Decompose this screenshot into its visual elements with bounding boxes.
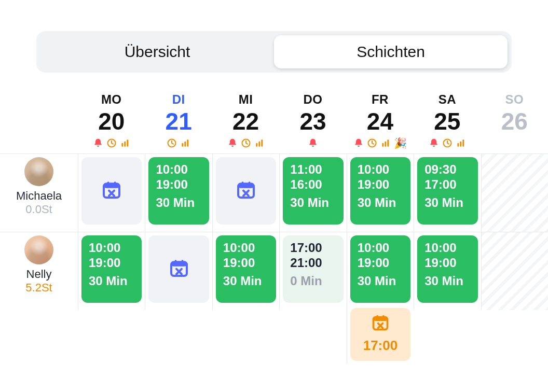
grid-cell[interactable]: 10:00 19:00 30 Min 17:00 xyxy=(347,232,414,364)
day-number: 23 xyxy=(279,109,346,134)
shift-end-time: 16:00 xyxy=(290,177,337,192)
bell-icon xyxy=(429,138,439,148)
shift-start-time: 10:00 xyxy=(358,162,404,177)
day-number: 26 xyxy=(481,109,548,134)
shift-start-time: 17:00 xyxy=(290,241,337,256)
busy-placeholder[interactable] xyxy=(216,157,276,225)
grid-cell[interactable] xyxy=(481,154,548,232)
shift-break-duration: 30 Min xyxy=(358,195,404,211)
shift-start-time: 10:00 xyxy=(156,162,202,177)
shift-card[interactable]: 09:30 17:00 30 Min xyxy=(417,157,477,225)
day-of-week-label: DO xyxy=(279,92,346,107)
employee-name: Nelly xyxy=(0,268,78,281)
day-indicators xyxy=(481,137,548,149)
grid-cell[interactable]: 10:00 19:00 30 Min xyxy=(145,154,212,232)
avatar xyxy=(24,235,53,264)
day-of-week-label: DI xyxy=(145,92,212,107)
grid-cell[interactable]: 10:00 19:00 30 Min xyxy=(212,232,279,310)
shift-break-duration: 30 Min xyxy=(358,274,404,289)
shift-card[interactable]: 17:00 21:00 0 Min xyxy=(283,235,343,303)
day-indicators xyxy=(78,137,145,149)
day-number: 22 xyxy=(212,109,279,134)
shift-end-time: 19:00 xyxy=(358,177,404,192)
shift-end-time: 21:00 xyxy=(290,256,337,271)
bars-icon xyxy=(380,138,391,148)
employee-hours: 5.2St xyxy=(0,281,78,295)
busy-placeholder[interactable] xyxy=(81,157,142,225)
bell-icon xyxy=(308,138,318,148)
clock-icon xyxy=(367,138,377,148)
shift-card[interactable]: 11:00 16:00 30 Min xyxy=(283,157,343,225)
bell-icon xyxy=(227,138,238,148)
tab-shifts[interactable]: Schichten xyxy=(274,35,508,68)
bars-icon xyxy=(180,138,190,148)
day-indicators xyxy=(145,137,212,149)
shift-end-time: 19:00 xyxy=(358,256,404,271)
clock-icon xyxy=(442,138,453,148)
day-header[interactable]: DO 23 xyxy=(279,83,346,153)
shift-break-duration: 30 Min xyxy=(424,195,471,211)
shift-start-time: 10:00 xyxy=(358,241,404,256)
shift-end-time: 17:00 xyxy=(424,177,471,192)
shift-end-time: 19:00 xyxy=(424,256,471,271)
day-of-week-label: SA xyxy=(414,92,481,107)
day-of-week-label: FR xyxy=(347,92,414,107)
employee-cell[interactable]: Michaela 0.0St xyxy=(0,154,78,216)
shift-end-time: 19:00 xyxy=(223,256,270,271)
shift-grid: MO 20 DI 21 MI 22 DO 23 xyxy=(0,83,548,364)
day-header[interactable]: MI 22 xyxy=(212,83,279,153)
shift-break-duration: 30 Min xyxy=(156,195,202,211)
shift-card[interactable]: 10:00 19:00 30 Min xyxy=(148,157,209,225)
grid-cell[interactable]: 10:00 19:00 30 Min xyxy=(347,154,414,232)
shift-card[interactable]: 10:00 19:00 30 Min xyxy=(417,235,477,303)
party-popper-icon: 🎉 xyxy=(394,138,407,148)
day-header[interactable]: DI 21 xyxy=(145,83,212,153)
clock-icon xyxy=(167,138,177,148)
grid-cell[interactable] xyxy=(145,232,212,310)
busy-placeholder[interactable] xyxy=(148,235,209,303)
extra-shift-card[interactable]: 17:00 xyxy=(350,308,410,361)
day-number: 20 xyxy=(78,109,145,134)
grid-cell[interactable]: 10:00 19:00 30 Min xyxy=(78,232,145,310)
employee-name: Michaela xyxy=(0,189,78,203)
day-indicators xyxy=(414,137,481,149)
shift-start-time: 09:30 xyxy=(424,162,471,177)
grid-cell[interactable] xyxy=(78,154,145,232)
grid-cell[interactable]: 10:00 19:00 30 Min xyxy=(414,232,481,310)
grid-cell[interactable]: 17:00 21:00 0 Min xyxy=(279,232,346,310)
clock-icon xyxy=(106,138,117,148)
shift-card[interactable]: 10:00 19:00 30 Min xyxy=(216,235,276,303)
day-of-week-label: SO xyxy=(481,92,548,107)
employee-cell[interactable]: Nelly 5.2St xyxy=(0,232,78,295)
day-of-week-label: MI xyxy=(212,92,279,107)
grid-cell[interactable]: 09:30 17:00 30 Min xyxy=(414,154,481,232)
day-header[interactable]: SA 25 xyxy=(414,83,481,153)
shift-end-time: 19:00 xyxy=(156,177,202,192)
day-indicators: 🎉 xyxy=(347,137,414,149)
day-number: 25 xyxy=(414,109,481,134)
grid-cell[interactable] xyxy=(481,232,548,310)
shift-card[interactable]: 10:00 19:00 30 Min xyxy=(350,235,410,303)
view-segmented-control: Übersicht Schichten xyxy=(36,31,512,73)
day-header[interactable]: SO 26 xyxy=(481,83,548,153)
day-header[interactable]: FR 24 🎉 xyxy=(347,83,414,153)
calendar-x-icon xyxy=(371,313,390,338)
bars-icon xyxy=(254,138,265,148)
day-header[interactable]: MO 20 xyxy=(78,83,145,153)
shift-break-duration: 30 Min xyxy=(89,274,135,289)
shift-break-duration: 30 Min xyxy=(290,195,337,211)
shift-card[interactable]: 10:00 19:00 30 Min xyxy=(350,157,410,225)
shift-start-time: 10:00 xyxy=(424,241,471,256)
tab-overview[interactable]: Übersicht xyxy=(40,35,274,68)
calendar-x-icon xyxy=(101,179,122,202)
shift-start-time: 10:00 xyxy=(223,241,270,256)
shift-card[interactable]: 10:00 19:00 30 Min xyxy=(81,235,142,303)
employee-hours: 0.0St xyxy=(0,203,78,216)
shift-start-time: 11:00 xyxy=(290,162,337,177)
day-of-week-label: MO xyxy=(78,92,145,107)
shift-break-duration: 30 Min xyxy=(424,274,471,289)
bell-icon xyxy=(93,138,103,148)
grid-cell[interactable] xyxy=(212,154,279,232)
grid-cell[interactable]: 11:00 16:00 30 Min xyxy=(279,154,346,232)
avatar xyxy=(24,157,53,186)
